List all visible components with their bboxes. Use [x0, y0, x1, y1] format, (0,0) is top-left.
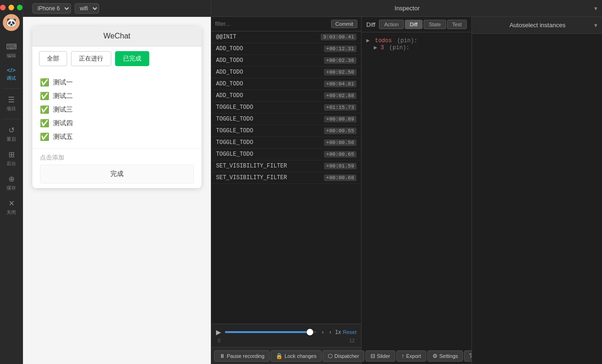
- action-row[interactable]: ADD_TODO+00:02.88: [211, 90, 361, 102]
- diff-pin-3: (pin):: [389, 45, 409, 51]
- check-icon-4: ✅: [40, 119, 49, 128]
- check-icon-2: ✅: [40, 91, 49, 100]
- timeline-nav: ‹ › 1x Reset: [320, 328, 356, 336]
- action-row[interactable]: ADD_TODO+00:02.36: [211, 55, 361, 67]
- sidebar-label-project: 项目: [7, 106, 16, 112]
- device-select[interactable]: iPhone 6: [32, 3, 71, 14]
- autoselect-dropdown-icon[interactable]: ▼: [593, 23, 598, 28]
- next-button[interactable]: ›: [328, 328, 333, 336]
- action-time: +00:00.65: [324, 151, 356, 158]
- add-label: 点击添加: [40, 153, 194, 162]
- action-name: ADD_TODO: [216, 81, 243, 87]
- diff-tab-action[interactable]: Action: [379, 20, 404, 29]
- sidebar-item-cache[interactable]: ⊕ 缓存: [0, 171, 23, 195]
- list-item: ✅ 测试二: [40, 89, 194, 103]
- tab-all[interactable]: 全部: [39, 51, 67, 66]
- sidebar-item-project[interactable]: ☰ 项目: [0, 91, 23, 116]
- sidebar: 🐼 ⌨ 编辑 </> 调试 ☰ 项目 ↺ 重启 ⊞ 后台 ⊕ 缓存 ✕ 关闭: [0, 0, 23, 364]
- action-name: SET_VISIBILITY_FILTER: [216, 163, 287, 169]
- action-row[interactable]: TOGGLE_TODO+00:00.89: [211, 114, 361, 125]
- autoselect-panel: Autoselect instances ▼: [471, 17, 602, 364]
- add-section: 点击添加 完成: [32, 148, 201, 188]
- diff-tab-diff[interactable]: Diff: [405, 20, 423, 29]
- network-select[interactable]: wifi: [75, 3, 99, 14]
- action-time: +00:00.89: [324, 116, 356, 122]
- action-row[interactable]: TOGGLE_TODO+00:00.56: [211, 137, 361, 149]
- inspector-dropdown-icon[interactable]: ▼: [593, 6, 598, 11]
- action-time: +00:12.31: [324, 46, 356, 52]
- sidebar-item-close[interactable]: ✕ 关闭: [0, 195, 23, 220]
- diff-tree: ▶ 3 (pin):: [374, 44, 467, 51]
- todo-label-3: 测试三: [53, 106, 73, 114]
- check-icon-1: ✅: [40, 78, 49, 87]
- diff-header: Diff ActionDiffStateTest: [362, 17, 471, 32]
- diff-tab-test[interactable]: Test: [447, 20, 467, 29]
- action-row[interactable]: SET_VISIBILITY_FILTER+00:01.59: [211, 160, 361, 172]
- action-row[interactable]: ADD_TODO+00:02.50: [211, 67, 361, 78]
- traffic-light-yellow[interactable]: [8, 5, 14, 10]
- simulator-toolbar: iPhone 6 wifi: [23, 0, 211, 17]
- traffic-light-red[interactable]: [0, 5, 6, 10]
- timeline-start: 0: [218, 338, 221, 343]
- action-time: +00:00.55: [324, 128, 356, 134]
- sidebar-item-restart[interactable]: ↺ 重启: [0, 122, 23, 146]
- sidebar-label-background: 后台: [7, 160, 16, 167]
- action-name: TOGGLE_TODO: [216, 116, 253, 122]
- tab-inprogress[interactable]: 正在进行: [71, 51, 111, 66]
- traffic-light-green[interactable]: [17, 5, 23, 10]
- action-row[interactable]: @@INIT3:03:00.41: [211, 31, 361, 43]
- diff-key-todos: todos: [375, 38, 392, 44]
- code-icon: </>: [7, 67, 16, 74]
- action-row[interactable]: TOGGLE_TODO+00:00.65: [211, 149, 361, 160]
- action-row[interactable]: ADD_TODO+00:04.81: [211, 78, 361, 90]
- tab-completed[interactable]: 已完成: [115, 51, 149, 66]
- action-name: TOGGLE_TODO: [216, 104, 253, 111]
- wechat-app: WeChat 全部 正在进行 已完成 ✅ 测试一 ✅ 测试二 ✅ 测试三: [32, 26, 201, 188]
- list-item: ✅ 测试一: [40, 76, 194, 89]
- toolbar-btn-dispatcher[interactable]: ⬡Dispatcher: [323, 350, 364, 362]
- action-time: +01:15.73: [324, 104, 356, 111]
- prev-button[interactable]: ‹: [320, 328, 326, 336]
- play-button[interactable]: ▶: [216, 328, 221, 336]
- avatar[interactable]: 🐼: [3, 14, 20, 31]
- wechat-header: WeChat: [32, 26, 201, 46]
- sidebar-divider: [2, 88, 21, 89]
- add-input[interactable]: 完成: [40, 165, 194, 183]
- action-row[interactable]: TOGGLE_TODO+01:15.73: [211, 102, 361, 114]
- inspector-panel: Inspector ▼ Commit @@INIT3:03:00.41ADD_T…: [211, 0, 602, 364]
- action-name: TOGGLE_TODO: [216, 128, 253, 134]
- filter-input[interactable]: [215, 21, 328, 27]
- timeline-thumb[interactable]: [307, 329, 313, 335]
- action-time: +00:04.81: [324, 81, 356, 87]
- commit-button[interactable]: Commit: [331, 20, 357, 28]
- expand-child[interactable]: ▶: [374, 45, 377, 51]
- action-time: +00:02.50: [324, 69, 356, 76]
- todo-label-4: 测试四: [53, 119, 73, 128]
- timeline-track[interactable]: [225, 331, 316, 333]
- sidebar-label-debug: 调试: [7, 75, 16, 82]
- tab-bar: 全部 正在进行 已完成: [32, 46, 201, 71]
- inspector-header: Inspector ▼: [211, 0, 602, 17]
- simulator-area: iPhone 6 wifi WeChat 全部 正在进行 已完成 ✅ 测试一 ✅: [23, 0, 211, 364]
- diff-panel: Diff ActionDiffStateTest ▶ todos (pin): …: [362, 17, 471, 364]
- sidebar-item-edit[interactable]: ⌨ 编辑: [0, 38, 23, 63]
- action-row[interactable]: TOGGLE_TODO+00:00.55: [211, 125, 361, 137]
- timeline-markers: 0 12: [216, 338, 356, 343]
- traffic-lights: [0, 5, 23, 10]
- toolbar-btn-pause-recording[interactable]: ⏸Pause recording: [214, 350, 270, 362]
- diff-tab-state[interactable]: State: [424, 20, 446, 29]
- reset-button[interactable]: Reset: [343, 329, 356, 335]
- action-row[interactable]: ADD_TODO+00:12.31: [211, 43, 361, 55]
- action-row[interactable]: SET_VISIBILITY_FILTER+00:00.68: [211, 172, 361, 184]
- sidebar-item-debug[interactable]: </> 调试: [0, 63, 23, 85]
- sidebar-item-background[interactable]: ⊞ 后台: [0, 146, 23, 171]
- cache-icon: ⊕: [8, 174, 15, 183]
- expand-arrow[interactable]: ▶: [366, 38, 370, 44]
- toolbar-btn-lock-changes[interactable]: 🔒Lock changes: [270, 350, 322, 362]
- phone-content: WeChat 全部 正在进行 已完成 ✅ 测试一 ✅ 测试二 ✅ 测试三: [23, 17, 211, 364]
- action-name: TOGGLE_TODO: [216, 151, 253, 158]
- diff-title: Diff: [366, 21, 375, 28]
- menu-icon: ☰: [8, 95, 15, 104]
- check-icon-3: ✅: [40, 105, 49, 114]
- list-item: ✅ 测试四: [40, 116, 194, 130]
